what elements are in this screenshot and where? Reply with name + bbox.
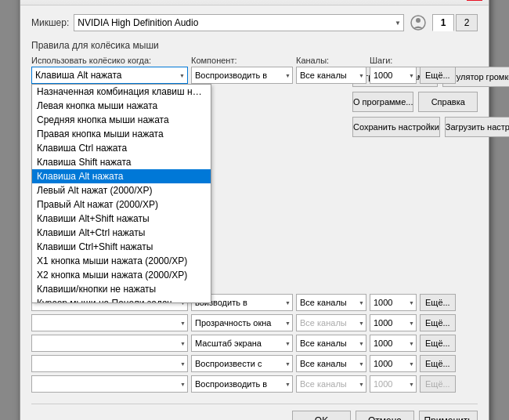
steps-wrapper-2: 1000 <box>370 294 417 311</box>
component-select-3[interactable]: Прозрачность окна <box>191 314 293 331</box>
channels-wrapper-3: Все каналы <box>296 314 366 331</box>
dropdown-item[interactable]: Клавиша Ctrl нажата <box>32 141 211 155</box>
component-select-4[interactable]: Масштаб экрана <box>191 335 293 352</box>
steps-select-2[interactable]: 1000 <box>370 294 417 311</box>
use-when-dropdown-trigger[interactable]: Клавиша Alt нажата <box>31 67 188 84</box>
rows-below: воизводить в Все каналы 1000 <box>31 294 346 396</box>
dropdown-item[interactable]: X2 кнопка мыши нажата (2000/XP) <box>32 268 211 282</box>
mixer-label: Микшер: <box>31 17 69 28</box>
steps-wrapper-3: 1000 <box>370 314 417 331</box>
use-when-wrapper-6 <box>31 375 188 393</box>
dropdown-item[interactable]: Средняя кнопка мыши нажата <box>32 113 211 127</box>
dropdown-item[interactable]: Левый Alt нажат (2000/XP) <box>32 183 211 197</box>
component-wrapper-3: Прозрачность окна <box>191 314 293 331</box>
dropdown-item[interactable]: Правая кнопка мыши нажата <box>32 127 211 141</box>
table-row: Воспроизводить в Все каналы 1000 <box>31 375 346 393</box>
about-button[interactable]: О программе... <box>352 92 413 112</box>
dropdown-overlay: Назначенная комбинация клавиш нажата Лев… <box>31 84 211 303</box>
steps-wrapper-5: 1000 <box>370 355 417 372</box>
dropdown-item-selected[interactable]: Клавиша Alt нажата <box>32 169 211 183</box>
component-wrapper-5: Воспроизвести с <box>191 355 293 372</box>
table-row: Прозрачность окна Все каналы 1000 <box>31 314 346 331</box>
tab-2-button[interactable]: 2 <box>456 14 478 31</box>
tab-1-button[interactable]: 1 <box>432 14 454 31</box>
rows-container: Клавиша Alt нажата Назначенная комбинаци… <box>31 67 346 396</box>
channels-select-1[interactable]: Все каналы <box>296 67 366 84</box>
load-settings-button[interactable]: Загрузить настройки <box>445 117 509 137</box>
use-when-select-3[interactable] <box>31 314 188 331</box>
steps-select-6[interactable]: 1000 <box>370 375 417 393</box>
column-headers: Использовать колёсико когда: Компонент: … <box>31 56 478 65</box>
channels-select-4[interactable]: Все каналы <box>296 335 366 352</box>
use-when-wrapper-5 <box>31 355 188 372</box>
table-row: Масштаб экрана Все каналы 1000 <box>31 335 346 352</box>
channels-select-3[interactable]: Все каналы <box>296 314 366 331</box>
dropdown-item[interactable]: Клавиши Ctrl+Shift нажаты <box>32 240 211 254</box>
steps-header: Шаги: <box>370 56 417 65</box>
btn-row-3: Сохранить настройки Загрузить настройки <box>352 117 478 137</box>
dropdown-item[interactable]: Правый Alt нажат (2000/XP) <box>32 197 211 212</box>
main-area: Клавиша Alt нажата Назначенная комбинаци… <box>31 67 478 396</box>
close-button[interactable]: ✕ <box>467 0 482 1</box>
apply-button[interactable]: Применить <box>419 411 478 421</box>
left-panel: Клавиша Alt нажата Назначенная комбинаци… <box>31 67 346 396</box>
steps-wrapper-6: 1000 <box>370 375 417 393</box>
component-select-5[interactable]: Воспроизвести с <box>191 355 293 372</box>
component-header: Компонент: <box>191 56 293 65</box>
dropdown-selected-text: Клавиша Alt нажата <box>35 70 122 81</box>
channels-wrapper-6: Все каналы <box>296 375 366 393</box>
rules-section-title: Правила для колёсика мыши <box>31 40 478 51</box>
component-wrapper-4: Масштаб экрана <box>191 335 293 352</box>
channels-wrapper-5: Все каналы <box>296 355 366 372</box>
table-row: Клавиша Alt нажата Назначенная комбинаци… <box>31 67 346 84</box>
dropdown-item[interactable]: Клавиши Alt+Shift нажаты <box>32 212 211 226</box>
use-when-select-6[interactable] <box>31 375 188 393</box>
mixer-row: Микшер: NVIDIA High Definition Audio 1 2 <box>31 13 478 32</box>
svg-point-3 <box>416 18 421 23</box>
steps-select-1[interactable]: 1000 <box>370 67 417 84</box>
tab-buttons: 1 2 <box>432 14 478 31</box>
main-window: Настройки Volumouse ✕ Микшер: NVIDIA Hig… <box>20 0 489 420</box>
channels-wrapper-2: Все каналы <box>296 294 366 311</box>
use-when-select-5[interactable] <box>31 355 188 372</box>
channels-wrapper-4: Все каналы <box>296 335 366 352</box>
use-when-select-4[interactable] <box>31 335 188 352</box>
content-area: Микшер: NVIDIA High Definition Audio 1 2… <box>20 5 489 421</box>
channels-select-wrapper-1: Все каналы <box>296 67 366 84</box>
use-when-header: Использовать колёсико когда: <box>31 56 188 65</box>
use-when-wrapper-3 <box>31 314 188 331</box>
steps-wrapper-4: 1000 <box>370 335 417 352</box>
table-row: Воспроизвести с Все каналы 1000 <box>31 355 346 372</box>
bottom-buttons: OK Отмена Применить <box>31 404 478 421</box>
component-select-6[interactable]: Воспроизводить в <box>191 375 293 393</box>
use-when-dropdown-container: Клавиша Alt нажата Назначенная комбинаци… <box>31 67 188 84</box>
audio-icon <box>409 13 428 32</box>
channels-select-5[interactable]: Все каналы <box>296 355 366 372</box>
mixer-select-wrapper: NVIDIA High Definition Audio <box>74 14 404 31</box>
steps-select-wrapper-1: 1000 <box>370 67 417 84</box>
dropdown-item[interactable]: Курсор мыши на Панели задач <box>32 296 211 303</box>
component-wrapper-6: Воспроизводить в <box>191 375 293 393</box>
component-select-wrapper-1: Воспроизводить в <box>191 67 293 84</box>
use-when-wrapper-4 <box>31 335 188 352</box>
cancel-button[interactable]: Отмена <box>356 411 414 421</box>
btn-row-2: О программе... Справка <box>352 92 478 112</box>
steps-select-4[interactable]: 1000 <box>370 335 417 352</box>
mixer-select[interactable]: NVIDIA High Definition Audio <box>74 14 404 31</box>
channels-header: Каналы: <box>296 56 366 65</box>
save-settings-button[interactable]: Сохранить настройки <box>352 117 440 137</box>
ok-button[interactable]: OK <box>292 411 351 421</box>
dropdown-item[interactable]: Назначенная комбинация клавиш нажата <box>32 85 211 99</box>
dropdown-item[interactable]: Клавиши Alt+Ctrl нажаты <box>32 226 211 240</box>
dropdown-item[interactable]: Клавиша Shift нажата <box>32 155 211 169</box>
dropdown-item[interactable]: Клавиши/кнопки не нажаты <box>32 282 211 296</box>
channels-select-2[interactable]: Все каналы <box>296 294 366 311</box>
dropdown-item[interactable]: Левая кнопка мыши нажата <box>32 99 211 113</box>
steps-select-5[interactable]: 1000 <box>370 355 417 372</box>
component-select-1[interactable]: Воспроизводить в <box>191 67 293 84</box>
dropdown-item[interactable]: X1 кнопка мыши нажата (2000/XP) <box>32 254 211 268</box>
help-button[interactable]: Справка <box>418 92 478 112</box>
channels-select-6[interactable]: Все каналы <box>296 375 366 393</box>
more-btn-1[interactable]: Ещё... <box>420 67 456 84</box>
steps-select-3[interactable]: 1000 <box>370 314 417 331</box>
